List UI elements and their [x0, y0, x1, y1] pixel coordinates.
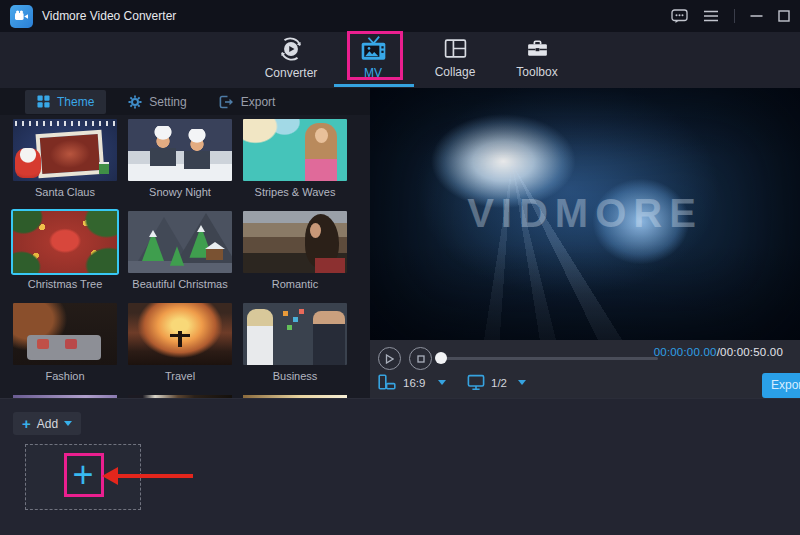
theme-thumbnail [13, 303, 117, 365]
theme-label: Travel [128, 370, 232, 382]
add-chevron-down-icon [64, 421, 72, 426]
theme-business[interactable]: Business [243, 303, 347, 385]
title-bar: Vidmore Video Converter [0, 0, 800, 32]
progress-handle[interactable] [435, 352, 447, 364]
theme-stripes-waves[interactable]: Stripes & Waves [243, 119, 347, 201]
tab-collage[interactable]: Collage [420, 36, 490, 80]
aspect-ratio-value[interactable]: 16:9 [403, 377, 425, 389]
app-window: Vidmore Video Converter [0, 0, 800, 535]
theme-beautiful-christmas[interactable]: Beautiful Christmas [128, 211, 232, 293]
collage-icon [443, 36, 468, 61]
export-arrow-icon [219, 95, 234, 109]
theme-label: Beautiful Christmas [128, 278, 232, 290]
theme-thumbnail [128, 303, 232, 365]
tab-mv-label: MV [364, 66, 382, 80]
nav-bar: Converter MV Collage [0, 32, 800, 88]
play-icon [385, 354, 394, 364]
theme-thumbnail [128, 211, 232, 273]
theme-sidebar: Theme Setting Export [0, 88, 370, 398]
add-button-label: Add [37, 417, 58, 431]
gear-icon [128, 95, 142, 109]
theme-label: Christmas Tree [13, 278, 117, 290]
red-arrow-line [117, 474, 193, 478]
aspect-ratio-icon[interactable] [378, 374, 396, 395]
theme-thumbnail [13, 119, 117, 181]
aspect-chevron-down-icon[interactable] [438, 380, 446, 385]
feedback-icon[interactable] [671, 9, 688, 24]
toolbox-icon [525, 36, 550, 61]
titlebar-divider [734, 9, 735, 23]
total-time: 00:00:50.00 [720, 346, 783, 358]
theme-grid: Santa Claus Snowy Night Stripes & Waves [0, 115, 370, 402]
stop-button[interactable] [409, 347, 432, 370]
tab-setting-label: Setting [149, 95, 186, 109]
tab-toolbox[interactable]: Toolbox [502, 36, 572, 80]
watermark-text: VIDMORE [370, 191, 800, 236]
tab-theme-label: Theme [57, 95, 94, 109]
progress-slider[interactable] [440, 357, 658, 360]
sidebar-tabs: Theme Setting Export [0, 88, 370, 115]
theme-romantic[interactable]: Romantic [243, 211, 347, 293]
tab-setting[interactable]: Setting [128, 95, 186, 109]
page-chevron-down-icon[interactable] [518, 380, 526, 385]
red-arrow-head-icon [102, 467, 118, 485]
theme-thumbnail [243, 303, 347, 365]
media-list-bar: + Add + [0, 398, 800, 535]
theme-snowy-night[interactable]: Snowy Night [128, 119, 232, 201]
theme-label: Fashion [13, 370, 117, 382]
tab-collage-label: Collage [435, 65, 476, 79]
tab-export[interactable]: Export [219, 95, 276, 109]
theme-grid-icon [37, 95, 50, 108]
converter-icon [278, 36, 304, 62]
tab-theme[interactable]: Theme [25, 90, 106, 114]
theme-thumbnail-selected [13, 211, 117, 273]
plus-icon: + [72, 457, 93, 493]
theme-thumbnail [128, 119, 232, 181]
tab-converter-label: Converter [265, 66, 318, 80]
theme-label: Business [243, 370, 347, 382]
app-logo-icon [10, 5, 33, 28]
tab-converter[interactable]: Converter [256, 36, 326, 80]
preview-panel: VIDMORE 00:00:00.00 / 0 [370, 88, 800, 398]
add-media-button[interactable]: + Add [13, 412, 81, 435]
tab-export-label: Export [241, 95, 276, 109]
active-tab-underline [334, 84, 414, 87]
theme-label: Stripes & Waves [243, 186, 347, 198]
monitor-icon[interactable] [467, 374, 485, 395]
tab-toolbox-label: Toolbox [516, 65, 557, 79]
preview-page-value[interactable]: 1/2 [491, 377, 507, 389]
theme-santa-claus[interactable]: Santa Claus [13, 119, 117, 201]
theme-christmas-tree[interactable]: Christmas Tree [13, 211, 117, 293]
theme-label: Romantic [243, 278, 347, 290]
menu-icon[interactable] [703, 10, 719, 22]
theme-travel[interactable]: Travel [128, 303, 232, 385]
export-button[interactable]: Export [762, 373, 800, 398]
tab-mv[interactable]: MV [338, 36, 408, 80]
minimize-icon[interactable] [750, 10, 763, 22]
player-controls: 00:00:00.00 / 00:00:50.00 16:9 [370, 340, 800, 398]
maximize-icon[interactable] [778, 10, 790, 22]
stop-icon [417, 355, 425, 363]
mv-icon [360, 36, 387, 62]
window-title: Vidmore Video Converter [42, 9, 176, 23]
video-preview: VIDMORE [370, 88, 800, 340]
theme-label: Santa Claus [13, 186, 117, 198]
video-camera-icon [14, 9, 29, 24]
time-display: 00:00:00.00 / 00:00:50.00 [654, 346, 783, 358]
theme-thumbnail [243, 211, 347, 273]
theme-fashion[interactable]: Fashion [13, 303, 117, 385]
plus-icon: + [22, 416, 31, 431]
current-time: 00:00:00.00 [654, 346, 717, 358]
theme-label: Snowy Night [128, 186, 232, 198]
theme-thumbnail [243, 119, 347, 181]
play-button[interactable] [378, 347, 401, 370]
